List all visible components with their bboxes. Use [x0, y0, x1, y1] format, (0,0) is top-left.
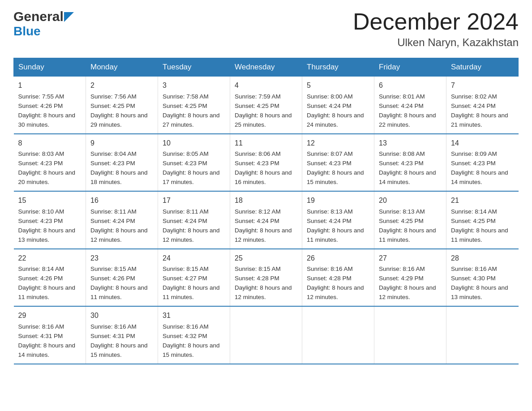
daylight-label: Daylight: 8 hours and 27 minutes. — [163, 112, 220, 128]
day-number: 21 — [451, 195, 514, 206]
sunrise-label: Sunrise: 8:09 AM — [451, 150, 497, 157]
sunset-label: Sunset: 4:23 PM — [163, 160, 207, 167]
day-number: 27 — [379, 253, 442, 264]
day-number: 19 — [307, 195, 369, 206]
calendar-cell: 8 Sunrise: 8:03 AM Sunset: 4:23 PM Dayli… — [14, 134, 86, 191]
sunset-label: Sunset: 4:25 PM — [90, 103, 135, 109]
day-number: 5 — [307, 80, 369, 91]
calendar-cell: 21 Sunrise: 8:14 AM Sunset: 4:25 PM Dayl… — [446, 191, 519, 248]
sunrise-label: Sunrise: 8:05 AM — [163, 150, 209, 157]
sunset-label: Sunset: 4:24 PM — [307, 218, 352, 224]
week-row-2: 8 Sunrise: 8:03 AM Sunset: 4:23 PM Dayli… — [14, 134, 519, 191]
daylight-label: Daylight: 8 hours and 15 minutes. — [307, 169, 364, 185]
sunrise-label: Sunrise: 8:11 AM — [163, 208, 209, 215]
sunrise-label: Sunrise: 8:15 AM — [90, 265, 137, 272]
calendar-cell: 20 Sunrise: 8:13 AM Sunset: 4:25 PM Dayl… — [374, 191, 446, 248]
daylight-label: Daylight: 8 hours and 22 minutes. — [379, 112, 436, 128]
day-number: 11 — [235, 138, 297, 149]
sunrise-label: Sunrise: 8:13 AM — [307, 208, 353, 215]
calendar-cell: 31 Sunrise: 8:16 AM Sunset: 4:32 PM Dayl… — [158, 306, 230, 364]
page-header: General Blue December 2024 Ulken Naryn, … — [13, 9, 519, 49]
daylight-label: Daylight: 8 hours and 21 minutes. — [451, 112, 508, 128]
calendar-cell: 1 Sunrise: 7:55 AM Sunset: 4:26 PM Dayli… — [14, 77, 86, 134]
sunset-label: Sunset: 4:24 PM — [451, 103, 496, 109]
col-tuesday: Tuesday — [158, 58, 230, 77]
sunset-label: Sunset: 4:25 PM — [379, 218, 424, 224]
day-number: 13 — [379, 138, 442, 149]
sunset-label: Sunset: 4:26 PM — [90, 275, 135, 282]
daylight-label: Daylight: 8 hours and 14 minutes. — [379, 169, 436, 185]
daylight-label: Daylight: 8 hours and 11 minutes. — [307, 227, 364, 243]
calendar-cell: 12 Sunrise: 8:07 AM Sunset: 4:23 PM Dayl… — [302, 134, 374, 191]
day-number: 28 — [451, 253, 514, 264]
calendar-cell: 29 Sunrise: 8:16 AM Sunset: 4:31 PM Dayl… — [14, 306, 86, 364]
day-number: 24 — [163, 253, 225, 264]
sunset-label: Sunset: 4:23 PM — [18, 160, 63, 167]
daylight-label: Daylight: 8 hours and 17 minutes. — [163, 169, 220, 185]
sunrise-label: Sunrise: 8:04 AM — [90, 150, 137, 157]
sunset-label: Sunset: 4:24 PM — [235, 218, 279, 224]
daylight-label: Daylight: 8 hours and 25 minutes. — [235, 112, 292, 128]
calendar-cell: 24 Sunrise: 8:15 AM Sunset: 4:27 PM Dayl… — [158, 249, 230, 306]
col-friday: Friday — [374, 58, 446, 77]
calendar-cell: 2 Sunrise: 7:56 AM Sunset: 4:25 PM Dayli… — [86, 77, 158, 134]
sunrise-label: Sunrise: 8:16 AM — [379, 265, 425, 272]
calendar-cell: 30 Sunrise: 8:16 AM Sunset: 4:31 PM Dayl… — [86, 306, 158, 364]
sunrise-label: Sunrise: 8:12 AM — [235, 208, 281, 215]
sunrise-label: Sunrise: 8:16 AM — [18, 323, 64, 330]
daylight-label: Daylight: 8 hours and 12 minutes. — [235, 284, 292, 300]
daylight-label: Daylight: 8 hours and 12 minutes. — [235, 227, 292, 243]
col-wednesday: Wednesday — [230, 58, 302, 77]
day-number: 20 — [379, 195, 442, 206]
day-number: 30 — [90, 310, 153, 321]
sunset-label: Sunset: 4:32 PM — [163, 333, 207, 339]
sunrise-label: Sunrise: 8:02 AM — [451, 93, 497, 100]
sunset-label: Sunset: 4:23 PM — [235, 160, 279, 167]
sunset-label: Sunset: 4:23 PM — [18, 218, 63, 224]
sunset-label: Sunset: 4:23 PM — [451, 160, 496, 167]
daylight-label: Daylight: 8 hours and 15 minutes. — [90, 342, 148, 358]
col-monday: Monday — [86, 58, 158, 77]
calendar-cell: 11 Sunrise: 8:06 AM Sunset: 4:23 PM Dayl… — [230, 134, 302, 191]
calendar-cell — [302, 306, 374, 364]
daylight-label: Daylight: 8 hours and 12 minutes. — [163, 227, 220, 243]
calendar-header-row: Sunday Monday Tuesday Wednesday Thursday… — [14, 58, 519, 77]
sunset-label: Sunset: 4:24 PM — [379, 103, 424, 109]
sunrise-label: Sunrise: 8:16 AM — [451, 265, 497, 272]
calendar-cell: 9 Sunrise: 8:04 AM Sunset: 4:23 PM Dayli… — [86, 134, 158, 191]
calendar-cell: 22 Sunrise: 8:14 AM Sunset: 4:26 PM Dayl… — [14, 249, 86, 306]
daylight-label: Daylight: 8 hours and 13 minutes. — [451, 284, 508, 300]
sunset-label: Sunset: 4:27 PM — [163, 275, 207, 282]
sunset-label: Sunset: 4:30 PM — [451, 275, 496, 282]
logo: General Blue — [13, 9, 74, 39]
logo-arrow-icon — [64, 12, 74, 22]
day-number: 17 — [163, 195, 225, 206]
sunset-label: Sunset: 4:31 PM — [18, 333, 63, 339]
daylight-label: Daylight: 8 hours and 12 minutes. — [379, 284, 436, 300]
sunrise-label: Sunrise: 8:14 AM — [451, 208, 497, 215]
daylight-label: Daylight: 8 hours and 16 minutes. — [235, 169, 292, 185]
sunset-label: Sunset: 4:24 PM — [163, 218, 207, 224]
sunrise-label: Sunrise: 8:14 AM — [18, 265, 64, 272]
calendar-cell: 28 Sunrise: 8:16 AM Sunset: 4:30 PM Dayl… — [446, 249, 519, 306]
day-number: 16 — [90, 195, 153, 206]
calendar-cell: 7 Sunrise: 8:02 AM Sunset: 4:24 PM Dayli… — [446, 77, 519, 134]
sunset-label: Sunset: 4:26 PM — [18, 275, 63, 282]
sunset-label: Sunset: 4:24 PM — [307, 103, 352, 109]
week-row-3: 15 Sunrise: 8:10 AM Sunset: 4:23 PM Dayl… — [14, 191, 519, 248]
location-title: Ulken Naryn, Kazakhstan — [353, 36, 519, 49]
week-row-5: 29 Sunrise: 8:16 AM Sunset: 4:31 PM Dayl… — [14, 306, 519, 364]
sunrise-label: Sunrise: 8:16 AM — [307, 265, 353, 272]
sunset-label: Sunset: 4:31 PM — [90, 333, 135, 339]
sunrise-label: Sunrise: 8:16 AM — [163, 323, 209, 330]
calendar-cell: 23 Sunrise: 8:15 AM Sunset: 4:26 PM Dayl… — [86, 249, 158, 306]
sunrise-label: Sunrise: 8:15 AM — [163, 265, 209, 272]
day-number: 18 — [235, 195, 297, 206]
calendar-cell: 26 Sunrise: 8:16 AM Sunset: 4:28 PM Dayl… — [302, 249, 374, 306]
sunrise-label: Sunrise: 8:16 AM — [90, 323, 137, 330]
calendar-cell: 17 Sunrise: 8:11 AM Sunset: 4:24 PM Dayl… — [158, 191, 230, 248]
logo-blue-text: Blue — [13, 24, 41, 39]
calendar-cell: 27 Sunrise: 8:16 AM Sunset: 4:29 PM Dayl… — [374, 249, 446, 306]
calendar-cell: 10 Sunrise: 8:05 AM Sunset: 4:23 PM Dayl… — [158, 134, 230, 191]
week-row-1: 1 Sunrise: 7:55 AM Sunset: 4:26 PM Dayli… — [14, 77, 519, 134]
